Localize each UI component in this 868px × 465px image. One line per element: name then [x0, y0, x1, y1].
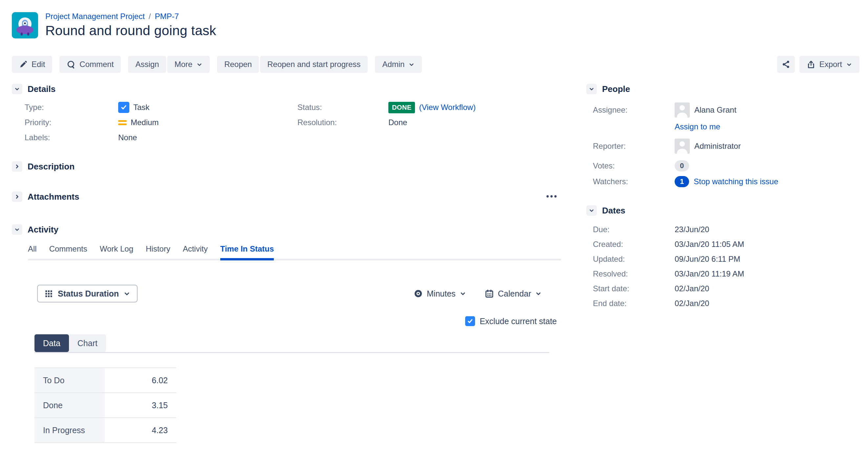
chevron-down-icon	[589, 208, 594, 213]
description-expand-button[interactable]	[12, 161, 22, 172]
time-in-status-table: To Do 6.02 Done 3.15 In Progress 4.23	[34, 368, 176, 443]
edit-button[interactable]: Edit	[12, 56, 52, 73]
priority-value-text: Medium	[131, 118, 159, 127]
status-name-cell: In Progress	[34, 418, 105, 443]
reopen-start-progress-button[interactable]: Reopen and start progress	[260, 56, 368, 73]
watchers-count-badge: 1	[675, 176, 689, 187]
admin-label: Admin	[382, 60, 404, 69]
calendar-label: Calendar	[498, 289, 531, 299]
chart-tab[interactable]: Chart	[69, 334, 106, 352]
eye-icon	[414, 289, 423, 298]
breadcrumb-project-link[interactable]: Project Management Project	[45, 12, 145, 21]
dates-section-header: Dates	[586, 205, 860, 216]
result-tabs: Data Chart	[34, 334, 549, 353]
assign-to-me-row: Assign to me	[586, 122, 860, 131]
attachments-more-options-button[interactable]	[544, 192, 559, 201]
updated-date-row: Updated: 09/Jun/20 6:11 PM	[586, 252, 860, 266]
created-date-row: Created: 03/Jan/20 11:05 AM	[586, 237, 860, 252]
people-collapse-button[interactable]	[586, 84, 597, 94]
exclude-row: Exclude current state	[12, 316, 561, 326]
more-options-icon	[546, 194, 557, 198]
updated-value: 09/Jun/20 6:11 PM	[675, 254, 740, 264]
watchers-label: Watchers:	[586, 177, 675, 186]
details-right-column: Status: DONE (View Workflow) Resolution:…	[298, 100, 561, 145]
exclude-label: Exclude current state	[479, 316, 557, 326]
attachments-section-title: Attachments	[28, 192, 79, 202]
type-value: Task	[118, 102, 149, 113]
assignee-name-link[interactable]: Alana Grant	[694, 105, 736, 115]
comment-button[interactable]: Comment	[59, 56, 121, 73]
created-value: 03/Jan/20 11:05 AM	[675, 240, 744, 249]
details-collapse-button[interactable]	[12, 84, 22, 94]
reporter-name-link[interactable]: Administrator	[694, 142, 741, 151]
main-column: Details Type: Task Priority:	[12, 84, 561, 443]
dates-collapse-button[interactable]	[586, 205, 597, 216]
tab-activity[interactable]: Activity	[183, 244, 208, 259]
assign-button[interactable]: Assign	[128, 56, 166, 73]
chevron-right-icon	[14, 163, 20, 169]
reopen-label: Reopen	[224, 60, 252, 69]
reopen-button[interactable]: Reopen	[217, 56, 259, 73]
exclude-checkbox[interactable]	[465, 316, 475, 326]
type-label: Type:	[25, 103, 118, 112]
calendar-dropdown[interactable]: Calendar	[485, 289, 542, 299]
labels-value: None	[118, 133, 137, 142]
reopen-start-progress-label: Reopen and start progress	[267, 60, 361, 69]
status-value-cell: 6.02	[105, 368, 176, 393]
assign-to-me-link[interactable]: Assign to me	[675, 122, 720, 131]
sidebar: People Assignee: Alana Grant Assign to m…	[586, 84, 860, 443]
stop-watching-link[interactable]: Stop watching this issue	[694, 177, 778, 186]
tab-history[interactable]: History	[146, 244, 170, 259]
breadcrumb-issue-key-link[interactable]: PMP-7	[155, 12, 179, 21]
description-section-title: Description	[28, 161, 74, 172]
details-section-title: Details	[28, 84, 56, 94]
tab-time-in-status[interactable]: Time In Status	[220, 244, 274, 259]
admin-button[interactable]: Admin	[375, 56, 422, 73]
issue-header: Project Management Project / PMP-7 Round…	[12, 12, 860, 38]
votes-value: 0	[675, 160, 689, 172]
tab-work-log[interactable]: Work Log	[100, 244, 133, 259]
status-value-cell: 3.15	[105, 393, 176, 418]
activity-section-title: Activity	[28, 225, 58, 235]
chevron-down-icon	[408, 61, 415, 68]
project-avatar-icon[interactable]	[12, 12, 38, 38]
description-section-header: Description	[12, 161, 561, 172]
reporter-value: Administrator	[675, 138, 741, 154]
resolution-row: Resolution: Done	[298, 115, 561, 130]
table-row: In Progress 4.23	[34, 418, 176, 443]
activity-collapse-button[interactable]	[12, 224, 22, 235]
issue-page: Project Management Project / PMP-7 Round…	[0, 0, 868, 465]
status-duration-dropdown[interactable]: Status Duration	[37, 285, 137, 303]
resolved-value: 03/Jan/20 11:19 AM	[675, 269, 744, 278]
table-row: Done 3.15	[34, 393, 176, 418]
priority-label: Priority:	[25, 118, 118, 127]
tab-comments[interactable]: Comments	[49, 244, 87, 259]
attachments-expand-button[interactable]	[12, 191, 22, 202]
exclude-current-state-option[interactable]: Exclude current state	[465, 316, 557, 326]
assignee-avatar	[675, 102, 690, 118]
details-left-column: Type: Task Priority: Medium	[12, 100, 298, 145]
tab-all[interactable]: All	[28, 244, 37, 259]
breadcrumb: Project Management Project / PMP-7	[45, 12, 216, 21]
labels-value-text: None	[118, 133, 137, 142]
more-button[interactable]: More	[167, 56, 210, 73]
updated-label: Updated:	[586, 254, 675, 264]
assign-label: Assign	[135, 60, 159, 69]
workflow-group: Reopen Reopen and start progress	[217, 56, 368, 73]
chevron-down-icon	[123, 290, 130, 297]
people-section-title: People	[602, 84, 630, 94]
comment-bubble-icon	[67, 60, 75, 69]
toolbar: Edit Comment Assign More	[12, 56, 860, 73]
resolved-label: Resolved:	[586, 269, 675, 278]
content: Details Type: Task Priority:	[12, 84, 860, 443]
share-button[interactable]	[777, 56, 795, 73]
priority-medium-icon	[118, 120, 127, 125]
due-label: Due:	[586, 225, 675, 234]
view-workflow-link[interactable]: (View Workflow)	[419, 103, 475, 112]
type-row: Type: Task	[25, 100, 298, 115]
unit-dropdown[interactable]: Minutes	[414, 289, 466, 299]
status-badge: DONE	[389, 102, 415, 113]
data-tab[interactable]: Data	[34, 334, 69, 352]
export-label: Export	[819, 60, 842, 69]
export-button[interactable]: Export	[799, 56, 860, 73]
